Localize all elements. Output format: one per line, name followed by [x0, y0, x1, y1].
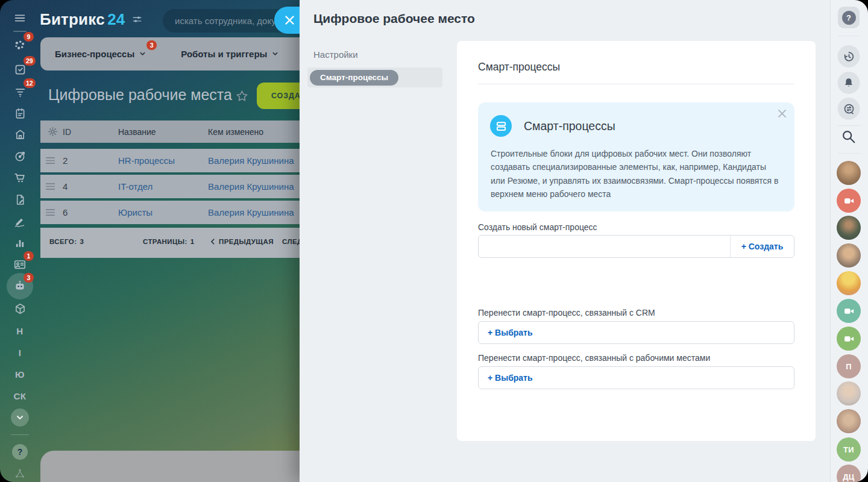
create-smart-process-button[interactable]: + Создать — [730, 236, 794, 257]
slideover-close-button[interactable] — [274, 7, 300, 34]
video-call-avatar[interactable] — [837, 189, 861, 213]
choose-workspace-button[interactable]: + Выбрать — [488, 367, 533, 389]
video-call-avatar[interactable] — [837, 327, 861, 351]
avatar[interactable] — [837, 409, 861, 433]
initials-avatar[interactable]: П — [837, 354, 861, 378]
sidebar-item-i[interactable]: I — [8, 342, 32, 363]
sidebar-search-button[interactable] — [840, 128, 857, 145]
close-icon — [285, 16, 294, 25]
pagination-next[interactable]: СЛЕД — [282, 238, 300, 245]
sidebar-item-documents[interactable] — [8, 189, 32, 210]
table-row[interactable]: 2 HR-процессы Валерия Крушинина — [40, 149, 300, 172]
history-icon — [838, 45, 860, 67]
avatar[interactable] — [837, 271, 861, 295]
messenger-sync-button[interactable] — [838, 98, 860, 120]
column-header-id[interactable]: ID — [63, 127, 71, 137]
help-button-bg: ? — [838, 7, 860, 28]
sidebar-item-tasks[interactable]: 29 — [8, 58, 32, 80]
row-name-link[interactable]: Юристы — [118, 207, 153, 218]
sidebar-item-sk[interactable]: СК — [8, 385, 32, 407]
smart-process-icon — [490, 115, 512, 137]
videocam-icon — [843, 305, 855, 317]
sidebar-share-button[interactable] — [8, 463, 32, 482]
signature-pen-icon — [13, 214, 27, 228]
row-modified-by-link[interactable]: Валерия Крушинина — [208, 181, 294, 192]
table-row[interactable]: 4 IT-отдел Валерия Крушинина — [40, 175, 300, 198]
hamburger-menu-button[interactable] — [8, 7, 32, 29]
initials-avatar[interactable]: ТИ — [837, 437, 861, 462]
sidebar-help-button[interactable]: ? — [8, 441, 32, 463]
question-icon: ? — [842, 11, 856, 25]
avatar[interactable] — [837, 243, 861, 268]
row-id: 2 — [63, 155, 68, 166]
choose-crm-button[interactable]: + Выбрать — [488, 322, 533, 343]
column-header-name[interactable]: Название — [118, 127, 156, 137]
initials-avatar[interactable]: ДЦ — [837, 465, 861, 482]
document-edit-icon — [14, 193, 27, 206]
tab-robots-triggers[interactable]: Роботы и триггеры — [181, 49, 278, 59]
sidebar-item-analytics[interactable] — [8, 232, 32, 254]
sliders-icon — [131, 14, 143, 25]
table-footer: ВСЕГО: 3 СТРАНИЦЫ: 1 ПРЕДЫДУЩАЯ СЛЕД — [40, 228, 300, 258]
nav-item-smart-processes-selected[interactable]: Смарт-процессы — [307, 67, 442, 87]
history-button[interactable] — [838, 45, 860, 67]
nav-section-settings[interactable]: Настройки — [313, 49, 358, 60]
notifications-button[interactable] — [838, 72, 860, 94]
sidebar-item-store[interactable] — [8, 167, 32, 189]
sidebar-item-crm[interactable]: 12 — [8, 81, 32, 102]
infobox-close-button[interactable] — [778, 110, 786, 117]
tab-business-processes[interactable]: Бизнес-процессы 3 — [55, 49, 146, 59]
create-smart-process-field: + Создать — [478, 235, 794, 258]
column-header-modified-by[interactable]: Кем изменено — [208, 127, 263, 137]
video-call-avatar[interactable] — [837, 299, 861, 323]
cube-icon — [14, 302, 27, 315]
contacts-badge: 1 — [24, 251, 34, 261]
sidebar-item-h[interactable]: H — [8, 320, 32, 342]
avatar[interactable] — [837, 381, 861, 405]
sidebar-item-company[interactable] — [8, 124, 32, 145]
sidebar-item-target[interactable] — [8, 145, 32, 167]
table-settings-gear-button[interactable] — [48, 127, 58, 137]
ai-bot-badge: 3 — [24, 273, 34, 283]
sidebar-item-contacts[interactable]: 1 — [8, 254, 32, 275]
avatar[interactable] — [837, 216, 861, 240]
table-row[interactable]: 6 Юристы Валерия Крушинина — [40, 201, 300, 224]
create-button-label: СОЗДАТ — [271, 92, 300, 100]
row-modified-by-link[interactable]: Валерия Крушинина — [208, 155, 294, 166]
pages-count: СТРАНИЦЫ: 1 — [143, 238, 194, 245]
row-name-link[interactable]: IT-отдел — [118, 181, 153, 192]
logo-settings-button[interactable] — [131, 14, 143, 25]
videocam-icon — [843, 333, 855, 345]
avatar-initials: ДЦ — [843, 472, 854, 481]
drag-handle-icon[interactable] — [45, 157, 55, 164]
planner-icon — [14, 107, 27, 120]
favorite-star-button[interactable] — [235, 89, 249, 103]
sidebar-item-yu[interactable]: Ю — [8, 363, 32, 385]
drag-handle-icon[interactable] — [45, 183, 55, 190]
total-value: 3 — [80, 238, 84, 245]
bell-icon — [838, 72, 860, 94]
transfer-workspace-field[interactable]: + Выбрать — [478, 366, 794, 389]
sidebar-item-ai-bot-active[interactable]: 3 — [8, 275, 32, 297]
create-workspace-button[interactable]: СОЗДАТ — [257, 83, 300, 109]
divider — [838, 36, 861, 36]
rail-divider — [13, 31, 27, 32]
pagination-previous[interactable]: ПРЕДЫДУЩАЯ — [210, 238, 274, 245]
logo-number: 24 — [107, 10, 125, 28]
row-name-link[interactable]: HR-процессы — [118, 155, 175, 166]
sidebar-item-feed[interactable]: 9 — [8, 34, 32, 56]
sidebar-item-sign[interactable] — [8, 210, 32, 232]
transfer-crm-field[interactable]: + Выбрать — [478, 321, 794, 344]
drag-handle-icon[interactable] — [45, 208, 55, 216]
app-window: 9 29 12 — [0, 0, 868, 482]
avatar[interactable] — [837, 161, 861, 185]
feed-badge: 9 — [24, 32, 34, 42]
sidebar-item-planner[interactable] — [8, 102, 32, 124]
bitrix24-logo: Битрикс 24 — [40, 8, 143, 30]
sidebar-item-market[interactable] — [8, 298, 32, 319]
tab-badge: 3 — [146, 40, 157, 50]
sidebar-expand-button[interactable] — [8, 407, 32, 428]
help-button[interactable]: ? — [838, 7, 860, 28]
row-modified-by-link[interactable]: Валерия Крушинина — [208, 207, 294, 218]
rail-divider — [11, 434, 29, 435]
